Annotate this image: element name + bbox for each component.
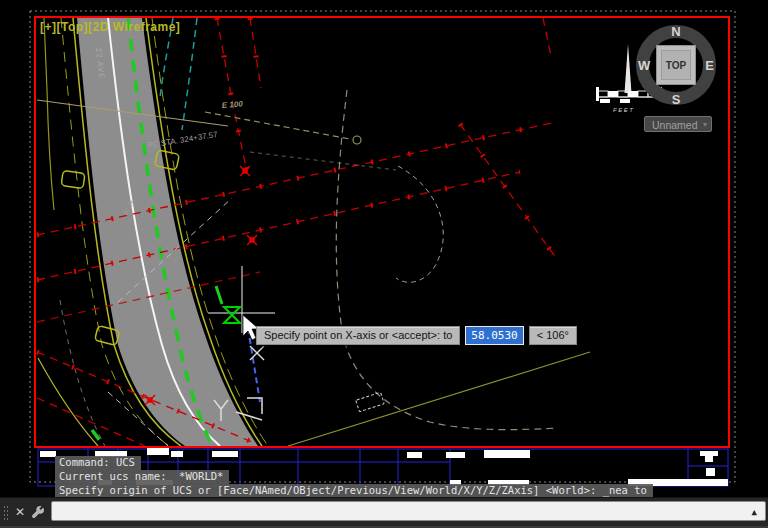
compass-face[interactable]: TOP <box>656 45 696 85</box>
compass-north[interactable]: N <box>671 24 680 39</box>
road-surface <box>77 18 258 446</box>
drag-grip-handle[interactable] <box>3 505 9 522</box>
scale-feet-label: FEET <box>613 107 634 113</box>
chevron-down-icon: ▾ <box>703 117 707 133</box>
wrench-icon[interactable] <box>29 502 47 522</box>
command-history-line-3: Specify origin of UCS or [Face/NAmed/OBj… <box>55 484 653 498</box>
north-needle-icon <box>625 44 632 93</box>
dynamic-input-prompt: Specify point on X-axis or <accept>: to <box>256 326 460 345</box>
named-view-dropdown[interactable]: ▾ Unnamed <box>644 116 712 132</box>
named-view-value: Unnamed <box>652 119 698 131</box>
command-history-line-2: Current ucs name: *WORLD* <box>55 470 229 484</box>
ref-line-label: E 100 <box>222 100 244 110</box>
dynamic-input-angle-field[interactable]: < 106° <box>529 326 577 345</box>
compass-south[interactable]: S <box>672 92 681 107</box>
autocad-window: PC STA. 324+37.57 22 AVE 30' R E 100 <box>0 0 768 528</box>
close-icon[interactable]: ✕ <box>11 502 29 522</box>
compass-west[interactable]: W <box>638 58 650 73</box>
compass-east[interactable]: E <box>705 58 714 73</box>
dynamic-input-value-field[interactable]: 58.0530 <box>465 326 523 345</box>
osnap-nearest-marker-icon <box>224 307 240 323</box>
scroll-up-icon[interactable]: ▲ <box>752 503 757 521</box>
viewport-controls[interactable]: [+][Top][2D Wireframe] <box>40 20 180 34</box>
command-history-line-1: Command: UCS <box>55 456 141 470</box>
view-compass[interactable]: N E S W TOP <box>636 25 716 105</box>
command-input[interactable]: ▾UCS Specify point on X-axis or <accept>… <box>51 501 766 521</box>
command-bar: ✕ ▾UCS Specify point on X-axis or <accep… <box>0 497 768 528</box>
dynamic-input-tooltip: Specify point on X-axis or <accept>: to … <box>256 326 577 345</box>
wrench-icon-glyph <box>31 505 45 519</box>
model-geometry: PC STA. 324+37.57 22 AVE 30' R E 100 <box>37 18 590 446</box>
compass-face-label[interactable]: TOP <box>661 50 691 80</box>
faint-edge <box>60 300 105 446</box>
